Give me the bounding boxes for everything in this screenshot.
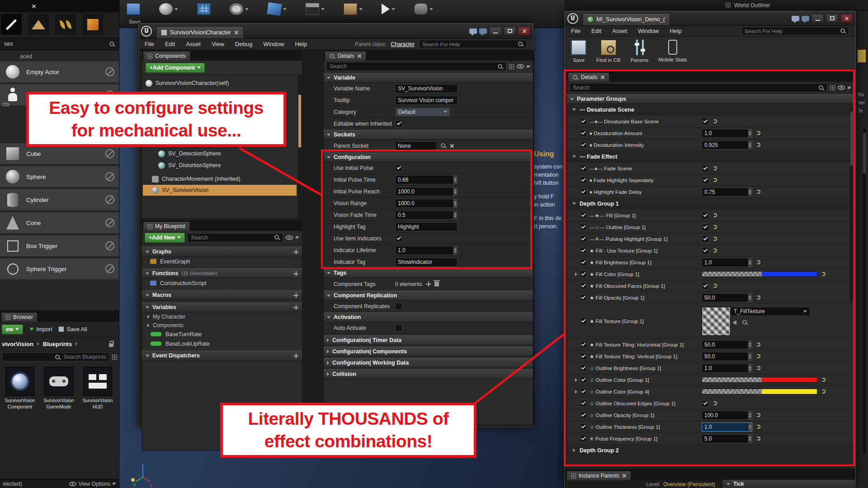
collapsed-section-header[interactable]: Configuration| Timer Data	[324, 335, 533, 345]
reset-to-default-icon[interactable]	[756, 260, 760, 264]
reset-to-default-icon[interactable]	[756, 190, 760, 194]
tab-details[interactable]: Details	[568, 72, 609, 82]
minimize-button[interactable]	[489, 27, 501, 35]
override-checkbox[interactable]	[580, 224, 587, 230]
component-tree-row[interactable]: SV_SurvivorVision	[143, 185, 297, 196]
component-tree-row[interactable]: CharacterMovement (Inherited)	[143, 174, 297, 184]
help-search-input[interactable]: Search For Help	[741, 27, 849, 35]
browse-to-asset-icon[interactable]	[742, 319, 748, 325]
value-number-input[interactable]: 1.0	[702, 364, 752, 373]
reset-to-default-icon[interactable]	[713, 213, 717, 217]
close-tab-icon[interactable]	[234, 30, 239, 35]
spinner-icon[interactable]	[747, 188, 752, 196]
view-options-button[interactable]: View Options	[69, 481, 116, 487]
functions-section-header[interactable]: Functions (31 Overridable)	[142, 268, 302, 278]
row-expand-icon[interactable]	[575, 272, 577, 276]
parent-class-link[interactable]: Character	[391, 41, 415, 47]
function-item[interactable]: ConstructionScript	[142, 278, 302, 288]
delete-elements-icon[interactable]	[434, 282, 439, 286]
window-titlebar[interactable]: MI_SurvivorVision_Demo_(	[565, 11, 855, 26]
close-icon[interactable]	[32, 4, 36, 9]
reset-to-default-icon[interactable]	[756, 366, 760, 370]
override-checkbox[interactable]	[580, 165, 587, 172]
override-checkbox[interactable]	[580, 141, 587, 148]
override-checkbox[interactable]	[580, 177, 587, 183]
reset-to-default-icon[interactable]	[713, 401, 717, 405]
reset-to-default-icon[interactable]	[713, 119, 717, 123]
details-search-input[interactable]: Search	[326, 62, 506, 71]
reset-to-default-icon[interactable]	[821, 378, 826, 382]
property-text-input[interactable]: ShowIndicator	[395, 258, 458, 267]
override-checkbox[interactable]	[580, 412, 587, 418]
details-search-input[interactable]: Search	[570, 83, 827, 92]
add-dispatcher-icon[interactable]	[293, 353, 298, 358]
color-swatch[interactable]	[702, 271, 817, 277]
search-assets-input[interactable]: Search Blueprints	[2, 352, 109, 361]
asset-tile[interactable]: SurvivorVision Component	[2, 367, 38, 410]
value-number-input[interactable]: 0.75	[702, 188, 752, 197]
comment-bubble-icon[interactable]	[802, 16, 809, 21]
search-socket-icon[interactable]	[440, 143, 446, 149]
category-select[interactable]: Default	[395, 108, 450, 117]
value-checkbox[interactable]	[702, 400, 709, 407]
feedback-icon[interactable]	[469, 28, 477, 34]
add-macro-icon[interactable]	[293, 293, 298, 298]
import-button[interactable]: Import	[29, 326, 52, 333]
color-swatch[interactable]	[702, 377, 817, 383]
reset-to-default-icon[interactable]	[756, 143, 760, 147]
property-number-input[interactable]: 0.66	[395, 175, 458, 184]
value-number-input[interactable]: 1.0	[702, 129, 752, 138]
reset-to-default-icon[interactable]	[756, 413, 760, 417]
reset-to-default-icon[interactable]	[713, 225, 717, 229]
reset-to-default-icon[interactable]	[756, 354, 760, 358]
reset-to-default-icon[interactable]	[713, 166, 717, 170]
level-link[interactable]: Overview (Persistent)	[663, 481, 715, 488]
scrollbar[interactable]	[850, 108, 853, 302]
add-component-button[interactable]: +Add Component	[146, 63, 205, 73]
add-variable-icon[interactable]	[293, 305, 298, 310]
value-checkbox[interactable]	[702, 282, 709, 290]
collapsed-section-header[interactable]: Configuration| Working Data	[324, 358, 533, 368]
toolbar-button[interactable]: Find in CB	[596, 40, 621, 63]
reset-to-default-icon[interactable]	[756, 343, 760, 347]
reset-to-default-icon[interactable]	[756, 436, 760, 441]
menu-item[interactable]: View	[212, 41, 224, 47]
texture-select[interactable]: T_FillTexture	[731, 307, 810, 316]
chevron-down-icon[interactable]	[392, 8, 395, 10]
minimize-button[interactable]	[811, 14, 824, 23]
window-titlebar[interactable]: SurvivorVisionCharacter	[138, 23, 533, 39]
spinner-icon[interactable]	[453, 246, 457, 254]
chevron-down-icon[interactable]	[245, 8, 249, 10]
placeable-item[interactable]: Cylinder	[0, 189, 119, 210]
section-tags[interactable]: Tags	[324, 268, 533, 278]
value-checkbox[interactable]	[702, 165, 709, 172]
property-matrix-icon[interactable]	[509, 64, 514, 69]
override-checkbox[interactable]	[580, 188, 587, 195]
placeable-item[interactable]: Cone	[0, 212, 119, 233]
value-number-input[interactable]: 1.0	[702, 258, 752, 267]
spinner-icon[interactable]	[747, 352, 752, 361]
property-number-input[interactable]: 0.5	[395, 211, 458, 220]
save-all-button[interactable]: Save All	[58, 326, 87, 333]
group-expand-icon[interactable]	[572, 108, 576, 111]
value-checkbox[interactable]	[702, 224, 709, 231]
variables-section-header[interactable]: Variables	[142, 302, 302, 312]
drag-indicator-icon[interactable]	[105, 264, 114, 273]
override-checkbox[interactable]	[580, 282, 587, 289]
toolbar-button[interactable]: Mobile Stats	[658, 40, 687, 62]
close-tab-icon[interactable]	[600, 75, 605, 80]
spinner-icon[interactable]	[747, 141, 752, 149]
override-checkbox[interactable]	[580, 271, 587, 277]
override-checkbox[interactable]	[580, 318, 587, 324]
value-checkbox[interactable]	[702, 177, 709, 184]
edge-tab[interactable]	[858, 50, 866, 62]
variable-item[interactable]: BaseTurnRate	[142, 329, 302, 339]
spinner-icon[interactable]	[747, 364, 752, 372]
color-swatch[interactable]	[702, 389, 817, 394]
reset-to-default-icon[interactable]	[756, 425, 760, 429]
section-activation[interactable]: Activation	[324, 312, 533, 322]
reset-to-default-icon[interactable]	[713, 284, 717, 288]
override-checkbox[interactable]	[580, 400, 587, 407]
value-checkbox[interactable]	[702, 235, 709, 243]
graph-item[interactable]: EventGraph	[142, 257, 302, 266]
